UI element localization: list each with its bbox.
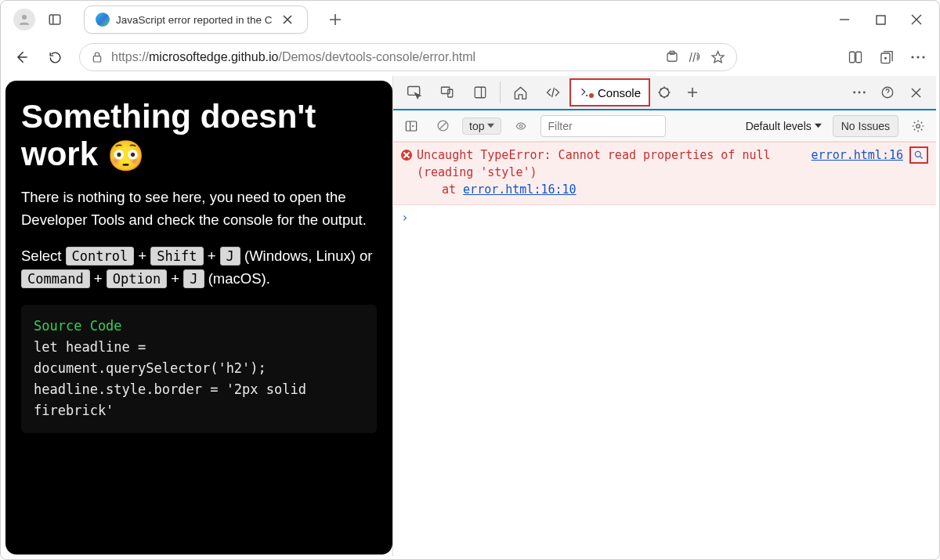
svg-rect-3 <box>93 56 100 62</box>
page-paragraph-1: There is nothing to see here, you need t… <box>21 186 377 231</box>
console-error-badge <box>588 92 595 99</box>
svg-rect-13 <box>442 87 450 93</box>
clear-console-button[interactable] <box>431 115 454 137</box>
read-aloud-icon[interactable] <box>687 50 703 64</box>
no-issues-button[interactable]: No Issues <box>833 115 898 137</box>
svg-rect-21 <box>406 121 416 131</box>
error-text: Uncaught TypeError: Cannot read properti… <box>417 147 807 198</box>
svg-point-0 <box>22 15 27 20</box>
console-messages: Uncaught TypeError: Cannot read properti… <box>393 142 936 556</box>
svg-rect-12 <box>408 87 420 96</box>
svg-point-23 <box>520 125 523 128</box>
browser-window: JavaScript error reported in the C <box>0 0 940 560</box>
dock-side-icon[interactable] <box>464 77 497 108</box>
tab-console-label: Console <box>598 86 641 99</box>
address-bar[interactable]: https://microsoftedge.github.io/Demos/de… <box>79 43 737 71</box>
maximize-button[interactable] <box>862 4 898 35</box>
more-tabs-button[interactable] <box>678 78 707 107</box>
svg-rect-7 <box>856 52 862 63</box>
devtools-close-icon[interactable] <box>902 78 930 107</box>
source-code-box: Source Code let headline = document.quer… <box>21 305 377 433</box>
search-issue-button[interactable] <box>909 146 928 164</box>
url-text: https://microsoftedge.github.io/Demos/de… <box>111 50 657 64</box>
svg-rect-6 <box>850 52 855 63</box>
edge-favicon <box>96 13 110 27</box>
svg-rect-1 <box>49 15 60 24</box>
minimize-button[interactable] <box>826 4 862 35</box>
tab-console[interactable]: Console <box>569 78 650 107</box>
context-selector[interactable]: top <box>462 117 501 135</box>
new-tab-button[interactable] <box>324 8 347 31</box>
console-filter-input[interactable] <box>540 115 666 137</box>
back-button[interactable] <box>7 42 37 72</box>
devtools-tabstrip: Console <box>393 76 936 110</box>
tab-welcome[interactable] <box>504 77 537 108</box>
toolbar: https://microsoftedge.github.io/Demos/de… <box>1 38 939 76</box>
titlebar: JavaScript error reported in the C <box>1 1 939 38</box>
page-heading: Something doesn't work 😳 <box>21 98 377 174</box>
kbd-shift: Shift <box>150 247 203 266</box>
svg-point-18 <box>859 92 861 94</box>
tab-issues[interactable] <box>650 78 678 107</box>
svg-rect-2 <box>877 16 885 24</box>
content-area: Something doesn't work 😳 There is nothin… <box>1 76 939 559</box>
error-source-link[interactable]: error.html:16 <box>812 147 903 164</box>
stack-link[interactable]: error.html:16:10 <box>463 182 577 197</box>
console-prompt[interactable]: › <box>393 205 936 229</box>
svg-point-9 <box>911 56 913 58</box>
svg-point-17 <box>853 92 855 94</box>
profile-avatar[interactable] <box>13 9 35 31</box>
code-line-2: headline.style.border = '2px solid fireb… <box>34 379 364 421</box>
kbd-command: Command <box>21 269 90 288</box>
tab-title: JavaScript error reported in the C <box>116 14 273 26</box>
kbd-j-2: J <box>183 269 204 288</box>
devtools-panel: Console <box>392 76 936 556</box>
devtools-more-icon[interactable] <box>845 78 873 107</box>
inspect-icon[interactable] <box>398 77 431 108</box>
refresh-button[interactable] <box>40 42 70 72</box>
svg-rect-15 <box>475 87 486 98</box>
svg-point-19 <box>863 92 866 94</box>
console-sidebar-toggle[interactable] <box>400 115 423 137</box>
svg-point-24 <box>916 124 920 128</box>
browser-tab[interactable]: JavaScript error reported in the C <box>84 5 308 34</box>
demo-page: Something doesn't work 😳 There is nothin… <box>5 81 392 555</box>
collections-icon[interactable] <box>872 42 902 72</box>
kbd-option: Option <box>107 269 167 288</box>
worried-emoji-icon: 😳 <box>107 139 144 172</box>
kbd-control: Control <box>66 247 135 266</box>
devtools-help-icon[interactable] <box>873 78 902 107</box>
log-levels-selector[interactable]: Default levels <box>743 120 825 132</box>
close-window-button[interactable] <box>898 4 935 35</box>
code-header: Source Code <box>34 316 364 337</box>
svg-point-10 <box>916 56 919 58</box>
kbd-j: J <box>220 247 240 266</box>
site-lock-icon[interactable] <box>91 50 103 64</box>
svg-point-11 <box>922 56 924 58</box>
console-settings-icon[interactable] <box>906 115 930 137</box>
app-launch-icon[interactable] <box>665 50 679 64</box>
favorite-icon[interactable] <box>710 50 725 65</box>
live-expression-button[interactable] <box>509 115 533 137</box>
page-paragraph-2: Select Control + Shift + J (Windows, Lin… <box>21 245 377 290</box>
console-toolbar: top Default levels No Issues <box>393 110 936 142</box>
device-emulation-icon[interactable] <box>431 77 464 108</box>
workspaces-icon[interactable] <box>43 8 67 31</box>
error-icon <box>401 150 412 161</box>
code-line-1: let headline = document.querySelector('h… <box>34 337 364 379</box>
split-screen-icon[interactable] <box>841 42 870 72</box>
close-tab-button[interactable] <box>279 11 296 28</box>
svg-point-25 <box>915 151 920 157</box>
tab-elements[interactable] <box>537 77 569 108</box>
console-error-row[interactable]: Uncaught TypeError: Cannot read properti… <box>393 142 936 205</box>
more-icon[interactable] <box>903 42 933 72</box>
